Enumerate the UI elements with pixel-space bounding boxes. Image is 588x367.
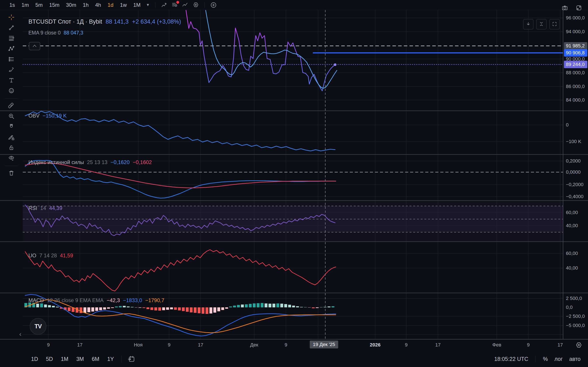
magnet-icon[interactable]: [6, 123, 17, 131]
macd-histogram-bar: [68, 307, 71, 311]
obv-label-part: OBV: [28, 113, 40, 119]
ema-line: [206, 10, 337, 88]
notification-dot: [176, 1, 179, 4]
timeframe-1s[interactable]: 1s: [6, 1, 18, 8]
symbol-title[interactable]: BTCUSDT Спот · 1Д · Bybit: [28, 18, 102, 25]
trash-icon[interactable]: [6, 169, 17, 178]
maximize-pane-icon[interactable]: [549, 19, 560, 30]
macd-histogram-bar: [217, 307, 220, 311]
macd-histogram-bar: [292, 306, 295, 307]
compare-icon[interactable]: [180, 0, 190, 10]
calendar-goto-icon[interactable]: [126, 354, 137, 364]
scroll-to-recent-icon[interactable]: [523, 19, 534, 30]
obv-line: [25, 111, 335, 151]
tradingview-logo[interactable]: TV: [30, 318, 46, 335]
collapse-icon[interactable]: [574, 3, 584, 13]
range-1M[interactable]: 1M: [58, 355, 71, 363]
chevron-up-icon[interactable]: [29, 42, 40, 50]
add-icon[interactable]: [208, 0, 219, 10]
xabcd-pattern-icon[interactable]: [6, 45, 17, 53]
footer-right-group: 18:05:22 UTC %логавто: [492, 355, 583, 363]
unit-авто[interactable]: авто: [567, 355, 583, 363]
macd-histogram-bar: [44, 305, 47, 307]
timeframe-1w[interactable]: 1w: [117, 1, 130, 8]
range-1D[interactable]: 1D: [28, 355, 41, 363]
macd-histogram-bar: [229, 307, 232, 307]
zoom-in-icon[interactable]: [6, 112, 17, 121]
timeframe-4h[interactable]: 4h: [92, 1, 104, 8]
timeframe-1M[interactable]: 1M: [130, 1, 144, 8]
macd-histogram-bar: [316, 307, 319, 308]
price-axis-label: 0,0000: [566, 169, 580, 175]
range-3M[interactable]: 3M: [73, 355, 87, 363]
unit-%[interactable]: %: [540, 355, 550, 363]
alert-icon[interactable]: [190, 0, 201, 10]
macd-histogram-bar: [99, 307, 102, 310]
add-group: [208, 0, 219, 10]
clock[interactable]: 18:05:22 UTC: [492, 355, 531, 363]
text-icon[interactable]: [6, 76, 17, 85]
brush-icon[interactable]: [6, 66, 17, 74]
chevron-left-icon[interactable]: ‹: [19, 330, 21, 338]
indicators-icon[interactable]: [159, 0, 170, 10]
tradingview-chart-app: 1s1m5m15m30m1h4h1d1w1M ▼ BTCUSDT Спот · …: [0, 0, 588, 367]
hide-drawings-icon[interactable]: [6, 154, 17, 163]
macd-histogram-bar: [150, 307, 153, 310]
macd-histogram-bar: [202, 307, 205, 314]
fib-retracement-icon[interactable]: [6, 34, 17, 43]
timeframe-30m[interactable]: 30m: [63, 1, 80, 8]
lock-icon[interactable]: [6, 143, 17, 152]
price-axis[interactable]: 96 000,094 000,090 000,088 000,086 000,0…: [563, 10, 588, 351]
macd-histogram-bar: [143, 307, 146, 308]
macd-histogram-bar: [233, 306, 236, 307]
collapse-pane-icon[interactable]: [536, 19, 547, 30]
macd-indicator-label[interactable]: MACD12 26 close 9 EMA EMA−42,3−1833,0−17…: [28, 297, 164, 303]
indicator-templates-icon[interactable]: [170, 0, 180, 10]
tsi-indicator-label[interactable]: Индекс истинной силы25 13 13−0,1620−0,16…: [28, 159, 152, 165]
macd-histogram-bar: [80, 307, 82, 313]
footer-divider: [535, 356, 536, 362]
timeframe-1h[interactable]: 1h: [79, 1, 92, 8]
projection-icon[interactable]: [6, 55, 17, 64]
rsi-label-part: 44,39: [49, 205, 62, 211]
timeframe-1d[interactable]: 1d: [104, 1, 117, 8]
obv-indicator-label[interactable]: OBV−150,19 K: [28, 113, 67, 119]
timeframe-15m[interactable]: 15m: [46, 1, 63, 8]
time-axis-tick: 17: [558, 342, 563, 348]
timeframe-5m[interactable]: 5m: [32, 1, 46, 8]
chevron-down-icon[interactable]: ▼: [144, 3, 152, 7]
macd-histogram-bar: [119, 306, 122, 307]
price-axis-label: 0,2000: [566, 158, 580, 164]
ruler-icon[interactable]: [6, 101, 17, 110]
macd-histogram-bar: [304, 307, 307, 307]
ema-indicator-value: 88 047,3: [64, 30, 83, 36]
trend-line-icon[interactable]: [6, 24, 17, 32]
unit-лог[interactable]: лог: [552, 355, 565, 363]
toolbar-divider: [205, 2, 205, 8]
macd-histogram-bar: [269, 304, 271, 307]
obv-label-part: −150,19 K: [43, 113, 67, 119]
crosshair-icon[interactable]: [6, 13, 17, 22]
timeframe-1m[interactable]: 1m: [18, 1, 32, 8]
range-1Y[interactable]: 1Y: [104, 355, 117, 363]
time-axis[interactable]: 19 Дек '25 917Ноя917Дек92026917Фев917: [0, 339, 588, 351]
range-6M[interactable]: 6M: [89, 355, 102, 363]
emoji-icon[interactable]: [6, 86, 17, 95]
price-axis-label: −100 K: [566, 139, 581, 144]
price-axis-label: 40,00: [566, 223, 578, 228]
range-5D[interactable]: 5D: [43, 355, 56, 363]
macd-label-part: −1833,0: [123, 297, 142, 303]
chart-canvas[interactable]: [0, 10, 588, 339]
macd-histogram-bar: [209, 307, 212, 314]
tsi-signal-line: [25, 163, 336, 188]
gear-icon[interactable]: [574, 341, 583, 350]
ema-indicator-label[interactable]: EMA 9 close 0: [28, 30, 61, 36]
macd-histogram-bar: [131, 307, 134, 307]
rsi-indicator-label[interactable]: RSI1444,39: [28, 205, 62, 211]
camera-icon[interactable]: [560, 3, 570, 13]
drawing-lock-icon[interactable]: [6, 133, 17, 142]
uo-label-part: 41,59: [60, 252, 73, 259]
uo-indicator-label[interactable]: UO7 14 2841,59: [28, 252, 73, 259]
tsi-line: [25, 160, 336, 198]
macd-histogram-bar: [332, 306, 335, 307]
